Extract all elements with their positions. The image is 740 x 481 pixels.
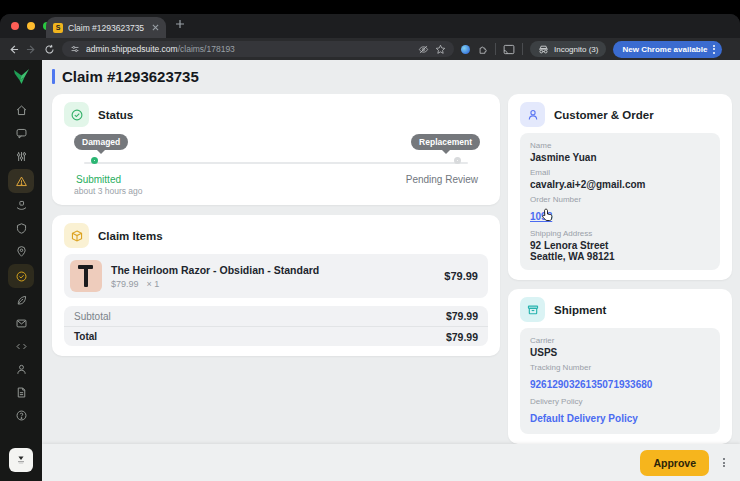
- customer-order-card: Customer & Order Name Jasmine Yuan Email…: [508, 94, 732, 280]
- location-pin-icon: [15, 245, 28, 258]
- approve-button[interactable]: Approve: [640, 450, 709, 476]
- shipment-panel: Carrier USPS Tracking Number 92612903261…: [520, 328, 720, 434]
- action-bar: Approve: [42, 444, 740, 481]
- tab-title: Claim #1293623735: [68, 23, 147, 33]
- tab-close-icon[interactable]: [152, 24, 159, 31]
- line-total: $79.99: [444, 270, 478, 282]
- sidebar-item-customers[interactable]: [8, 358, 34, 381]
- sidebar-item-tracking[interactable]: [8, 240, 34, 263]
- tracking-number-link[interactable]: 9261290326135071933680: [530, 379, 652, 390]
- close-window-button[interactable]: [11, 22, 19, 30]
- extension-avatar-icon[interactable]: [461, 45, 470, 54]
- sidebar-item-developer[interactable]: [8, 335, 34, 358]
- browser-menu-icon[interactable]: [710, 45, 718, 54]
- product-image: [70, 260, 102, 292]
- browser-tab[interactable]: S Claim #1293623735: [46, 17, 166, 38]
- title-accent-bar: [52, 69, 55, 84]
- address-bar[interactable]: admin.shippedsuite.com/claims/178193: [62, 41, 454, 57]
- chat-icon: [15, 127, 28, 140]
- submitted-label: Submitted: [76, 174, 121, 185]
- carrier-label: Carrier: [530, 336, 710, 345]
- sliders-icon: [15, 150, 28, 163]
- code-icon: [15, 340, 28, 353]
- claim-item-row[interactable]: The Heirloom Razor - Obsidian - Standard…: [64, 254, 488, 298]
- total-value: $79.99: [446, 331, 478, 343]
- url-host: admin.shippedsuite.com: [86, 44, 178, 54]
- claim-items-title: Claim Items: [98, 230, 163, 242]
- forward-icon[interactable]: [26, 44, 37, 55]
- total-label: Total: [74, 331, 97, 342]
- browser-window: S Claim #1293623735 admin.shippedsuite.c…: [0, 14, 740, 481]
- mouse-cursor: [542, 207, 553, 225]
- subtotal-value: $79.99: [446, 310, 478, 322]
- mail-icon: [15, 317, 28, 330]
- hand-care-icon: [15, 199, 28, 212]
- page-title: Claim #1293623735: [62, 68, 199, 85]
- delivery-policy-link[interactable]: Default Delivery Policy: [530, 413, 638, 424]
- claim-items-card: Claim Items The Heirloom Razor - Obsidia…: [52, 215, 500, 356]
- toolbar-divider: [495, 43, 496, 55]
- product-price: $79.99: [111, 279, 139, 289]
- sidebar-item-resolutions[interactable]: [8, 264, 34, 288]
- subtotal-label: Subtotal: [74, 311, 111, 322]
- sidebar-item-chat[interactable]: [8, 122, 34, 145]
- customer-icon: [520, 102, 545, 127]
- tracking-number-label: Tracking Number: [530, 363, 710, 372]
- sidebar-item-reports[interactable]: [8, 381, 34, 404]
- workspace-badge[interactable]: [9, 448, 33, 472]
- chrome-update-button[interactable]: New Chrome available: [613, 41, 722, 58]
- screen-share-icon[interactable]: [503, 44, 515, 55]
- back-icon[interactable]: [8, 44, 19, 55]
- chrome-update-label: New Chrome available: [622, 45, 707, 54]
- window-controls[interactable]: [11, 22, 51, 30]
- sidebar-item-help[interactable]: [8, 404, 34, 427]
- check-circle-icon: [15, 270, 28, 283]
- name-label: Name: [530, 141, 710, 150]
- sidebar-item-care[interactable]: [8, 194, 34, 217]
- timeline-node-pending: [454, 157, 461, 164]
- minimize-window-button[interactable]: [27, 22, 35, 30]
- toolbar-divider: [522, 43, 523, 55]
- extensions-puzzle-icon[interactable]: [477, 44, 488, 55]
- incognito-badge[interactable]: Incognito (3): [530, 41, 606, 57]
- url-text[interactable]: admin.shippedsuite.com/claims/178193: [86, 44, 412, 54]
- sidebar-item-protection[interactable]: [8, 217, 34, 240]
- status-card: Status Damaged Replacement Submitted abo…: [52, 94, 500, 205]
- main-content: Claim #1293623735 Status Damage: [42, 60, 740, 481]
- shipped-suite-logo: [12, 68, 31, 89]
- status-check-icon: [64, 102, 89, 127]
- new-tab-button[interactable]: [175, 19, 185, 29]
- browser-toolbar: admin.shippedsuite.com/claims/178193 Inc…: [0, 38, 740, 60]
- customer-order-title: Customer & Order: [554, 109, 654, 121]
- product-name: The Heirloom Razor - Obsidian - Standard: [111, 264, 435, 276]
- app-root: Claim #1293623735 Status Damage: [0, 60, 740, 481]
- sidebar-item-claims[interactable]: [8, 169, 34, 193]
- sidebar-item-green[interactable]: [8, 289, 34, 312]
- timeline-node-submitted: [91, 157, 98, 164]
- sidebar-item-filters[interactable]: [8, 145, 34, 168]
- more-actions-icon[interactable]: [720, 458, 728, 467]
- subtotal-row: Subtotal $79.99: [64, 306, 488, 326]
- sidebar-item-home[interactable]: [8, 99, 34, 122]
- shipment-title: Shipment: [554, 304, 606, 316]
- status-timeline: Damaged Replacement Submitted about 3 ho…: [64, 133, 488, 195]
- app-sidebar: [0, 60, 42, 481]
- customer-panel: Name Jasmine Yuan Email cavalry.ai+2@gma…: [520, 133, 720, 270]
- totals-summary: Subtotal $79.99 Total $79.99: [64, 306, 488, 346]
- warning-triangle-icon: [15, 175, 28, 188]
- incognito-icon: [538, 45, 549, 54]
- eye-off-icon[interactable]: [418, 44, 429, 55]
- sidebar-item-messages[interactable]: [8, 312, 34, 335]
- package-icon: [64, 223, 89, 248]
- site-info-icon[interactable]: [70, 44, 80, 54]
- customer-email: cavalry.ai+2@gmail.com: [530, 179, 710, 190]
- carrier-value: USPS: [530, 347, 710, 358]
- bookmark-star-icon[interactable]: [435, 44, 446, 55]
- order-number-label: Order Number: [530, 195, 710, 204]
- document-icon: [15, 386, 28, 399]
- reload-icon[interactable]: [44, 44, 55, 55]
- customer-name: Jasmine Yuan: [530, 152, 710, 163]
- shield-icon: [15, 222, 28, 235]
- home-icon: [15, 104, 28, 117]
- email-label: Email: [530, 168, 710, 177]
